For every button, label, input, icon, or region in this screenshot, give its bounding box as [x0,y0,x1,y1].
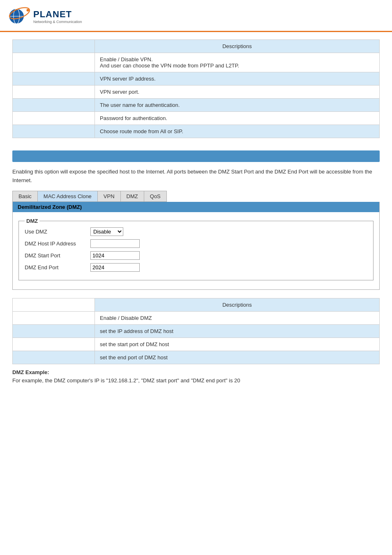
dmz-fields-container: Use DMZDisableEnableDMZ Host IP AddressD… [25,227,367,272]
page-wrapper: PLANET Networking & Communication Descri… [0,0,392,555]
dmz-field-label-0: Use DMZ [25,229,90,235]
dmz-desc-col2: set the start port of DMZ host [95,338,380,351]
tab-item-dmz[interactable]: DMZ [121,191,144,201]
dmz-desc-table: Descriptions Enable / Disable DMZset the… [12,298,380,364]
main-content: Descriptions Enable / Disable VPN.And us… [0,32,392,393]
dmz-field-row-2: DMZ Start Port [25,251,367,260]
vpn-row-col1 [13,86,95,99]
logo-sub-label: Networking & Communication [33,20,82,24]
vpn-table-row: Password for authentication. [13,112,380,125]
tab-bar: BasicMAC Address CloneVPNDMZQoS [12,191,167,202]
vpn-row-col2: The user name for authentication. [95,99,380,112]
dmz-field-row-3: DMZ End Port [25,263,367,272]
dmz-field-row-0: Use DMZDisableEnable [25,227,367,236]
dmz-input-2[interactable] [90,251,140,260]
dmz-info-text: Enabling this option will expose the spe… [12,168,380,185]
dmz-desc-col2: set the IP address of DMZ host [95,324,380,338]
vpn-row-col1 [13,72,95,86]
logo-area: PLANET Networking & Communication [8,5,384,28]
vpn-table-row: Enable / Disable VPN.And user can choose… [13,53,380,72]
vpn-header-col1 [13,40,95,53]
vpn-row-col1 [13,99,95,112]
tab-item-vpn[interactable]: VPN [98,191,121,201]
dmz-input-3[interactable] [90,263,140,272]
dmz-desc-col2: Enable / Disable DMZ [95,311,380,324]
vpn-table-header-row: Descriptions [13,40,380,53]
dmz-select-0[interactable]: DisableEnable [90,227,123,236]
svg-point-5 [26,9,29,12]
dmz-desc-col1 [13,311,95,324]
section-separator-bar [12,150,380,162]
vpn-table-row: The user name for authentication. [13,99,380,112]
dmz-desc-col2: set the end port of DMZ host [95,351,380,364]
vpn-table-row: VPN server port. [13,86,380,99]
vpn-row-col1 [13,53,95,72]
vpn-row-col2: VPN server IP address. [95,72,380,86]
dmz-section: Demilitarized Zone (DMZ) DMZ Use DMZDisa… [12,202,380,290]
dmz-field-label-1: DMZ Host IP Address [25,240,90,247]
example-text: For example, the DMZ computer's IP is "1… [12,377,240,384]
dmz-field-row-1: DMZ Host IP Address [25,239,367,248]
dmz-desc-header-col1 [13,298,95,311]
vpn-desc-table: Descriptions Enable / Disable VPN.And us… [12,39,380,138]
planet-logo-icon [8,5,31,28]
vpn-header-col2: Descriptions [95,40,380,53]
logo-text: PLANET Networking & Communication [33,9,82,24]
vpn-table-row: VPN server IP address. [13,72,380,86]
header: PLANET Networking & Communication [0,0,392,32]
vpn-row-col2: VPN server port. [95,86,380,99]
dmz-form: DMZ Use DMZDisableEnableDMZ Host IP Addr… [13,218,379,280]
dmz-desc-table-row: set the end port of DMZ host [13,351,380,364]
vpn-table-row: Choose route mode from All or SIP. [13,125,380,138]
dmz-desc-header-col2: Descriptions [95,298,380,311]
dmz-fieldset: DMZ Use DMZDisableEnableDMZ Host IP Addr… [18,218,374,280]
vpn-row-col1 [13,112,95,125]
dmz-desc-col1 [13,324,95,338]
dmz-desc-table-row: Enable / Disable DMZ [13,311,380,324]
dmz-desc-col1 [13,338,95,351]
dmz-desc-col1 [13,351,95,364]
dmz-desc-table-row: set the start port of DMZ host [13,338,380,351]
tab-item-mac-address-clone[interactable]: MAC Address Clone [38,191,98,201]
dmz-desc-table-body: Enable / Disable DMZset the IP address o… [13,311,380,364]
vpn-row-col2: Enable / Disable VPN.And user can choose… [95,53,380,72]
vpn-row-col2: Password for authentication. [95,112,380,125]
vpn-row-col2: Choose route mode from All or SIP. [95,125,380,138]
logo-planet-label: PLANET [33,9,82,20]
vpn-row-col1 [13,125,95,138]
dmz-desc-table-header-row: Descriptions [13,298,380,311]
example-label: DMZ Example: [12,369,49,375]
example-section: DMZ Example: For example, the DMZ comput… [12,368,380,386]
dmz-field-label-2: DMZ Start Port [25,252,90,259]
tab-item-qos[interactable]: QoS [144,191,166,201]
dmz-field-label-3: DMZ End Port [25,264,90,271]
dmz-section-header: Demilitarized Zone (DMZ) [13,202,379,212]
dmz-input-1[interactable] [90,239,140,248]
dmz-desc-table-row: set the IP address of DMZ host [13,324,380,338]
tab-item-basic[interactable]: Basic [13,191,38,201]
dmz-fieldset-legend: DMZ [25,218,39,224]
vpn-table-body: Enable / Disable VPN.And user can choose… [13,53,380,138]
